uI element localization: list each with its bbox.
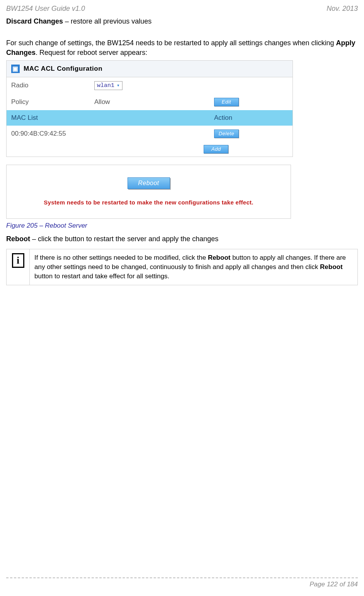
reboot-button[interactable]: Reboot: [128, 177, 170, 189]
info-text: If there is no other settings needed to …: [30, 249, 358, 285]
delete-button[interactable]: Delete: [214, 129, 239, 138]
page-footer: Page 122 of 184: [6, 577, 358, 588]
mac-acl-title: MAC ACL Configuration: [24, 65, 102, 73]
action-header: Action: [209, 110, 293, 126]
apply-changes-text-2: . Request for reboot server appears:: [36, 49, 147, 56]
reboot-desc-text: – click the button to restart the server…: [30, 235, 218, 243]
info-icon: i: [12, 253, 24, 268]
discard-changes-desc: – restore all previous values: [63, 17, 151, 25]
panel-icon: ▣: [11, 65, 20, 73]
reboot-desc-line: Reboot – click the button to restart the…: [6, 234, 358, 244]
reboot-panel: Reboot System needs to be restarted to m…: [6, 165, 291, 219]
mac-list-header: MAC List: [7, 110, 209, 126]
add-row: Add: [7, 142, 293, 157]
page-header: BW1254 User Guide v1.0 Nov. 2013: [5, 0, 359, 13]
radio-row: Radio wlan1 ▾: [7, 77, 293, 94]
discard-changes-label: Discard Changes: [6, 17, 63, 25]
discard-changes-line: Discard Changes – restore all previous v…: [6, 17, 358, 26]
info-bold-2: Reboot: [320, 263, 343, 271]
page-body: Discard Changes – restore all previous v…: [5, 13, 359, 285]
apply-changes-text-1: For such change of settings, the BW1254 …: [6, 39, 336, 47]
apply-changes-paragraph: For such change of settings, the BW1254 …: [6, 38, 358, 57]
policy-label: Policy: [7, 94, 90, 110]
add-button[interactable]: Add: [204, 145, 228, 153]
doc-date: Nov. 2013: [327, 5, 358, 13]
info-bold-1: Reboot: [208, 254, 231, 261]
info-icon-cell: i: [7, 249, 30, 285]
mac-address-value: 00:90:4B:C9:42:55: [7, 126, 209, 142]
reboot-message: System needs to be restarted to make the…: [44, 199, 253, 206]
info-text-3: button to restart and take effect for al…: [34, 272, 169, 280]
figure-caption: Figure 205 – Reboot Server: [6, 222, 358, 230]
mac-acl-table: ▣ MAC ACL Configuration Radio wlan1 ▾ Po…: [6, 60, 293, 157]
policy-row: Policy Allow Edit: [7, 94, 293, 110]
doc-title: BW1254 User Guide v1.0: [6, 5, 85, 13]
mac-entry-row: 00:90:4B:C9:42:55 Delete: [7, 126, 293, 142]
reboot-desc-label: Reboot: [6, 235, 30, 243]
policy-value: Allow: [90, 94, 209, 110]
info-box: i If there is no other settings needed t…: [6, 249, 358, 285]
page-number: Page 122 of 184: [310, 581, 358, 588]
radio-label: Radio: [7, 77, 90, 94]
radio-select-value: wlan1: [97, 82, 114, 89]
mac-acl-titlebar: ▣ MAC ACL Configuration: [7, 61, 293, 77]
chevron-down-icon: ▾: [117, 82, 120, 89]
mac-list-header-row: MAC List Action: [7, 110, 293, 126]
info-text-1: If there is no other settings needed to …: [34, 254, 208, 261]
radio-select[interactable]: wlan1 ▾: [94, 81, 122, 90]
edit-button[interactable]: Edit: [214, 98, 239, 106]
